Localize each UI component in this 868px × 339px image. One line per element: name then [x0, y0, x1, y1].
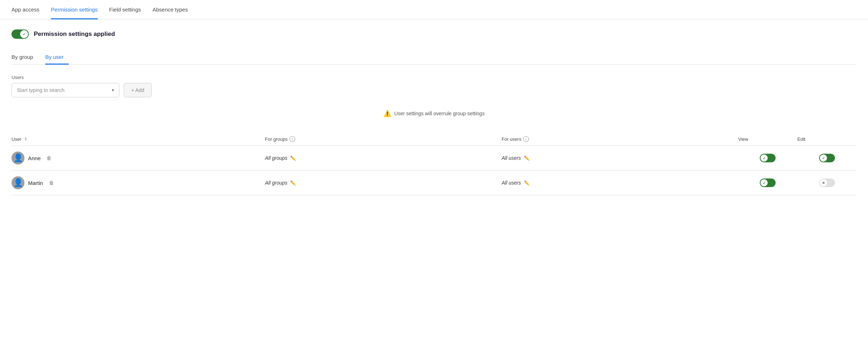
tab-permission-settings[interactable]: Permission settings	[51, 0, 98, 19]
edit-toggle-anne[interactable]: ✓	[819, 154, 835, 162]
users-input-row: Start typing to search ▾ + Add	[12, 83, 856, 97]
for-users-value-martin: All users	[502, 180, 521, 186]
view-toggle-anne[interactable]: ✓	[760, 154, 776, 162]
main-content: ✓ Permission settings applied By group B…	[0, 19, 868, 205]
for-groups-value-martin: All groups	[265, 180, 287, 186]
edit-toggle-x-martin: ✕	[822, 181, 825, 185]
for-groups-info-icon[interactable]: i	[289, 136, 295, 142]
tab-absence-types[interactable]: Absence types	[152, 0, 188, 19]
col-header-for-groups: For groups	[265, 136, 288, 142]
for-groups-cell-martin: All groups ✏️	[265, 180, 502, 186]
view-toggle-check-anne: ✓	[763, 156, 766, 160]
edit-for-groups-martin-icon[interactable]: ✏️	[290, 180, 296, 186]
user-name-anne: Anne	[28, 155, 41, 161]
warning-triangle-icon: ⚠️	[383, 110, 391, 117]
tab-by-user[interactable]: By user	[45, 50, 69, 65]
user-cell-anne: 👤 Anne 🗑	[12, 152, 265, 164]
edit-toggle-knob-martin: ✕	[820, 179, 827, 186]
tab-by-group[interactable]: By group	[12, 50, 38, 65]
user-search-dropdown[interactable]: Start typing to search ▾	[12, 83, 119, 97]
add-user-button[interactable]: + Add	[124, 83, 152, 97]
table-row: 👤 Martin 🗑 All groups ✏️ All users	[12, 171, 856, 195]
view-toggle-knob-martin: ✓	[760, 179, 768, 186]
col-header-view: View	[738, 136, 748, 142]
person-icon: 👤	[13, 178, 23, 187]
table-row: 👤 Anne 🗑 All groups ✏️ All users	[12, 146, 856, 171]
avatar-martin: 👤	[12, 176, 24, 189]
person-icon: 👤	[13, 153, 23, 163]
chevron-down-icon: ▾	[112, 88, 114, 93]
view-toggle-martin[interactable]: ✓	[760, 178, 776, 187]
for-groups-cell-anne: All groups ✏️	[265, 155, 502, 161]
user-name-martin: Martin	[28, 180, 43, 186]
edit-for-users-martin-icon[interactable]: ✏️	[524, 180, 530, 186]
warning-text: User settings will overrule group settin…	[394, 111, 484, 116]
view-toggle-knob-anne: ✓	[760, 154, 768, 162]
permission-header: ✓ Permission settings applied	[12, 29, 856, 39]
users-table: User ⇕ For groups i For users i	[12, 133, 856, 195]
users-section: Users Start typing to search ▾ + Add	[12, 75, 856, 97]
edit-toggle-check-anne: ✓	[822, 156, 825, 160]
sort-icon[interactable]: ⇕	[24, 137, 27, 141]
tab-app-access[interactable]: App access	[12, 0, 40, 19]
col-header-edit: Edit	[798, 136, 805, 142]
for-users-value-anne: All users	[502, 155, 521, 161]
edit-for-groups-anne-icon[interactable]: ✏️	[290, 155, 296, 161]
delete-user-anne-icon[interactable]: 🗑	[46, 155, 51, 161]
toggle-check-icon: ✓	[23, 32, 26, 36]
edit-for-users-anne-icon[interactable]: ✏️	[524, 155, 530, 161]
users-label: Users	[12, 75, 856, 80]
permission-toggle[interactable]: ✓	[12, 29, 29, 39]
user-cell-martin: 👤 Martin 🗑	[12, 176, 265, 189]
delete-user-martin-icon[interactable]: 🗑	[49, 180, 54, 186]
permission-title: Permission settings applied	[34, 31, 115, 38]
edit-toggle-martin[interactable]: ✕	[819, 178, 835, 187]
view-toggle-check-martin: ✓	[763, 181, 766, 185]
warning-banner: ⚠️ User settings will overrule group set…	[12, 105, 856, 122]
top-nav: App access Permission settings Field set…	[0, 0, 868, 19]
col-header-for-users: For users	[502, 136, 521, 142]
col-header-user: User	[12, 136, 21, 142]
edit-toggle-knob-anne: ✓	[820, 154, 827, 162]
for-users-info-icon[interactable]: i	[523, 136, 529, 142]
search-placeholder-text: Start typing to search	[17, 87, 64, 93]
for-groups-value-anne: All groups	[265, 155, 287, 161]
for-users-cell-martin: All users ✏️	[502, 180, 738, 186]
toggle-knob: ✓	[20, 30, 28, 38]
for-users-cell-anne: All users ✏️	[502, 155, 738, 161]
avatar-anne: 👤	[12, 152, 24, 164]
tab-field-settings[interactable]: Field settings	[109, 0, 141, 19]
sub-tabs: By group By user	[12, 50, 856, 65]
